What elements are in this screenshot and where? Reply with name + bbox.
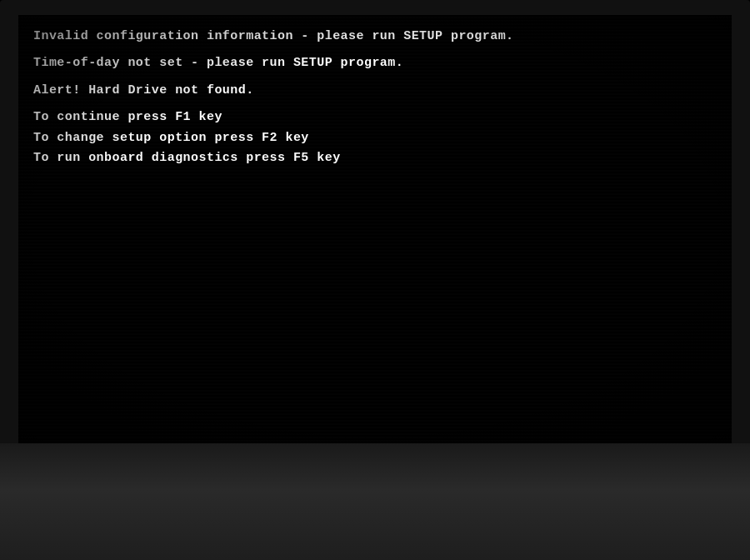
bios-line-9: To run onboard diagnostics press F5 key [33,148,717,169]
bios-line-7: To continue press F1 key [33,108,717,128]
monitor-bezel: Invalid configuration information - plea… [0,0,750,560]
bios-line-8: To change setup option press F2 key [33,128,717,149]
bios-output: Invalid configuration information - plea… [33,27,717,169]
screen-display: Invalid configuration information - plea… [18,15,732,443]
bios-spacer-1 [33,48,717,54]
bios-spacer-2 [33,74,717,81]
bios-line-5: Alert! Hard Drive not found. [33,81,717,102]
bios-line-1: Invalid configuration information - plea… [33,27,717,48]
bios-spacer-3 [33,101,717,108]
monitor-bottom-bezel [0,443,750,560]
bios-line-3: Time-of-day not set - please run SETUP p… [33,53,717,74]
